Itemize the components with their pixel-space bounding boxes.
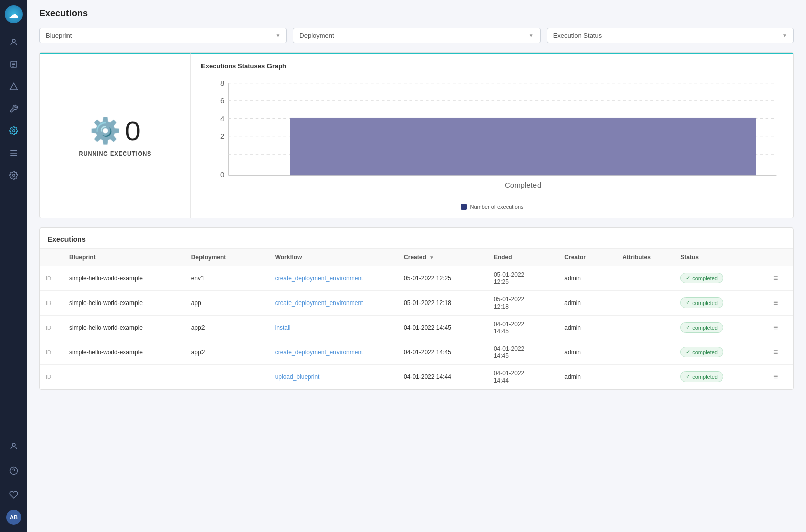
- sidebar-item-blueprints[interactable]: [5, 55, 23, 73]
- executions-section: Executions Blueprint Deployment Workflow…: [39, 227, 794, 390]
- col-header-blueprint: Blueprint: [63, 249, 185, 266]
- cell-attributes-2: [616, 315, 674, 340]
- cell-id-2: ID: [40, 315, 63, 340]
- legend-label: Number of executions: [470, 204, 524, 210]
- svg-point-6: [13, 130, 15, 132]
- cell-actions-1: ≡: [764, 290, 793, 315]
- table-row: ID simple-hello-world-example env1 creat…: [40, 266, 793, 290]
- legend-item-completed: Number of executions: [461, 204, 524, 210]
- sidebar-item-deployments[interactable]: [5, 78, 23, 96]
- completed-bar: [290, 118, 756, 175]
- check-icon-3: ✓: [686, 349, 690, 355]
- filters-row: Blueprint ▼ Deployment ▼ Execution Statu…: [39, 28, 794, 43]
- cell-attributes-1: [616, 290, 674, 315]
- status-badge-0: ✓ completed: [680, 273, 723, 283]
- svg-text:8: 8: [220, 79, 224, 87]
- check-icon-4: ✓: [686, 373, 690, 380]
- col-header-creator: Creator: [558, 249, 616, 266]
- cell-workflow-3[interactable]: create_deployment_environment: [269, 340, 397, 364]
- row-menu-button-1[interactable]: ≡: [770, 297, 781, 309]
- check-icon-1: ✓: [686, 299, 690, 306]
- svg-marker-5: [10, 83, 18, 90]
- cell-workflow-1[interactable]: create_deployment_environment: [269, 290, 397, 315]
- page-title: Executions: [39, 8, 794, 19]
- row-menu-button-2[interactable]: ≡: [770, 322, 781, 333]
- cell-creator-1: admin: [558, 290, 616, 315]
- svg-text:0: 0: [220, 170, 224, 179]
- cell-ended-3: 04-01-2022 14:45: [488, 340, 558, 364]
- blueprint-filter[interactable]: Blueprint ▼: [39, 28, 287, 43]
- sidebar-item-logs[interactable]: [5, 144, 23, 162]
- row-menu-button-3[interactable]: ≡: [770, 347, 781, 358]
- sidebar-item-executions[interactable]: [5, 122, 23, 140]
- cell-deployment-2: app2: [185, 315, 269, 340]
- cell-deployment-4: [185, 364, 269, 389]
- col-header-id: [40, 249, 63, 266]
- col-header-workflow: Workflow: [269, 249, 397, 266]
- cell-status-2: ✓ completed: [674, 315, 764, 340]
- deployment-filter-arrow: ▼: [529, 33, 534, 38]
- cell-deployment-3: app2: [185, 340, 269, 364]
- sidebar-item-users[interactable]: [5, 33, 23, 51]
- check-icon-0: ✓: [686, 275, 690, 281]
- user-avatar[interactable]: AB: [6, 510, 21, 525]
- cell-deployment-1: app: [185, 290, 269, 315]
- deployment-filter[interactable]: Deployment ▼: [293, 28, 540, 43]
- svg-point-0: [12, 39, 15, 42]
- executions-chart: 8 6 4 2 0 Completed: [201, 76, 783, 199]
- execution-status-filter[interactable]: Execution Status ▼: [547, 28, 794, 43]
- x-axis-label: Completed: [505, 181, 541, 189]
- running-executions-panel: ⚙️ 0 RUNNING EXECUTIONS: [40, 53, 191, 218]
- deployment-filter-label: Deployment: [299, 32, 334, 39]
- created-sort-arrow: ▼: [429, 255, 434, 260]
- col-header-created[interactable]: Created ▼: [397, 249, 488, 266]
- graph-panel: Executions Statuses Graph 8 6 4 2 0: [191, 53, 793, 218]
- svg-point-10: [13, 174, 15, 177]
- cell-actions-0: ≡: [764, 266, 793, 290]
- cloud-icon: ☁: [9, 8, 19, 20]
- cell-id-0: ID: [40, 266, 63, 290]
- blueprint-filter-arrow: ▼: [275, 33, 280, 38]
- col-header-actions: [764, 249, 793, 266]
- cell-ended-2: 04-01-2022 14:45: [488, 315, 558, 340]
- sidebar-item-profile[interactable]: [5, 437, 23, 455]
- status-badge-4: ✓ completed: [680, 371, 723, 382]
- cell-actions-3: ≡: [764, 340, 793, 364]
- table-row: ID simple-hello-world-example app create…: [40, 290, 793, 315]
- sidebar-item-settings[interactable]: [5, 166, 23, 184]
- cell-ended-1: 05-01-2022 12:18: [488, 290, 558, 315]
- sidebar-item-help[interactable]: [5, 462, 23, 480]
- svg-point-11: [12, 443, 15, 446]
- executions-tbody: ID simple-hello-world-example env1 creat…: [40, 266, 793, 389]
- col-header-status: Status: [674, 249, 764, 266]
- svg-text:6: 6: [220, 96, 224, 105]
- sidebar: ☁ AB: [0, 0, 27, 532]
- cell-id-3: ID: [40, 340, 63, 364]
- cell-actions-4: ≡: [764, 364, 793, 389]
- cell-blueprint-1: simple-hello-world-example: [63, 290, 185, 315]
- cell-workflow-2[interactable]: install: [269, 315, 397, 340]
- cell-blueprint-3: simple-hello-world-example: [63, 340, 185, 364]
- cell-status-1: ✓ completed: [674, 290, 764, 315]
- cell-blueprint-0: simple-hello-world-example: [63, 266, 185, 290]
- cell-workflow-0[interactable]: create_deployment_environment: [269, 266, 397, 290]
- cell-blueprint-4: [63, 364, 185, 389]
- row-menu-button-0[interactable]: ≡: [770, 273, 781, 284]
- app-logo[interactable]: ☁: [5, 5, 23, 23]
- execution-status-filter-label: Execution Status: [553, 32, 602, 39]
- cell-created-3: 04-01-2022 14:45: [397, 340, 488, 364]
- row-menu-button-4[interactable]: ≡: [770, 371, 781, 383]
- executions-table: Blueprint Deployment Workflow Created ▼ …: [40, 249, 793, 389]
- sidebar-item-health[interactable]: [5, 486, 23, 504]
- blueprint-filter-label: Blueprint: [46, 32, 72, 39]
- gears-icon: ⚙️: [90, 116, 121, 145]
- cell-workflow-4[interactable]: upload_blueprint: [269, 364, 397, 389]
- table-row: ID simple-hello-world-example app2 insta…: [40, 315, 793, 340]
- graph-title: Executions Statuses Graph: [201, 62, 783, 70]
- col-header-deployment: Deployment: [185, 249, 269, 266]
- table-row: ID upload_blueprint 04-01-2022 14:44 04-…: [40, 364, 793, 389]
- sidebar-item-tools[interactable]: [5, 100, 23, 118]
- cell-attributes-4: [616, 364, 674, 389]
- running-count-display: ⚙️ 0: [90, 115, 140, 146]
- status-badge-2: ✓ completed: [680, 322, 723, 333]
